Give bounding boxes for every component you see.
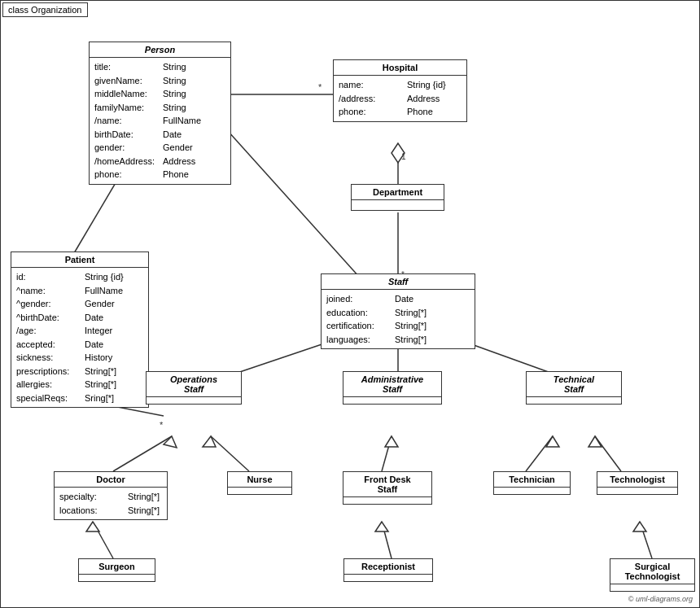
diagram-title: class Organization xyxy=(2,2,88,17)
person-title: Person xyxy=(90,42,230,58)
hospital-attrs: name:String {id} /address:Address phone:… xyxy=(334,76,466,121)
hospital-class: Hospital name:String {id} /address:Addre… xyxy=(333,59,467,122)
svg-marker-23 xyxy=(588,436,602,447)
surgeon-title: Surgeon xyxy=(79,559,155,575)
svg-marker-15 xyxy=(164,436,177,448)
patient-attrs: id:String {id} ^name:FullName ^gender:Ge… xyxy=(11,268,148,407)
svg-line-20 xyxy=(526,436,553,471)
svg-line-28 xyxy=(640,522,652,558)
surg-tech-attrs xyxy=(610,584,694,591)
receptionist-class: Receptionist xyxy=(343,558,433,582)
technical-staff-title: TechnicalStaff xyxy=(527,372,621,397)
operations-staff-class: OperationsStaff xyxy=(146,371,242,405)
svg-line-24 xyxy=(93,522,113,558)
department-title: Department xyxy=(352,185,444,200)
hospital-title: Hospital xyxy=(334,60,466,76)
recept-attrs xyxy=(344,575,432,581)
svg-marker-19 xyxy=(385,436,398,447)
surgical-technologist-title: SurgicalTechnologist xyxy=(610,559,694,584)
department-class: Department xyxy=(351,184,444,211)
technologist-attrs xyxy=(597,488,677,494)
staff-class: Staff joined:Date education:String[*] ce… xyxy=(321,273,475,349)
technologist-class: Technologist xyxy=(597,471,678,495)
svg-marker-27 xyxy=(375,522,388,531)
patient-title: Patient xyxy=(11,252,148,268)
surgical-technologist-class: SurgicalTechnologist xyxy=(610,558,695,592)
administrative-staff-title: AdministrativeStaff xyxy=(343,372,441,397)
diagram-container: class Organization xyxy=(0,0,700,608)
person-attrs: title:String givenName:String middleName… xyxy=(90,58,230,184)
tech-staff-attrs xyxy=(527,397,621,404)
technical-staff-class: TechnicalStaff xyxy=(526,371,622,405)
technician-class: Technician xyxy=(493,471,571,495)
staff-attrs: joined:Date education:String[*] certific… xyxy=(322,290,475,348)
receptionist-title: Receptionist xyxy=(344,559,432,575)
svg-marker-21 xyxy=(546,436,559,447)
technologist-title: Technologist xyxy=(597,472,677,488)
technician-title: Technician xyxy=(494,472,570,488)
patient-class: Patient id:String {id} ^name:FullName ^g… xyxy=(11,252,149,408)
copyright: © uml-diagrams.org xyxy=(628,595,693,603)
nurse-class: Nurse xyxy=(227,471,292,495)
department-attrs xyxy=(352,200,444,210)
doctor-class: Doctor specialty:String[*] locations:Str… xyxy=(54,471,168,520)
person-class: Person title:String givenName:String mid… xyxy=(89,42,231,185)
svg-line-22 xyxy=(595,436,621,471)
staff-title: Staff xyxy=(322,274,475,290)
front-desk-staff-class: Front DeskStaff xyxy=(343,471,432,505)
fds-attrs xyxy=(343,497,431,504)
surgeon-class: Surgeon xyxy=(78,558,155,582)
svg-marker-25 xyxy=(86,522,99,531)
surgeon-attrs xyxy=(79,575,155,581)
svg-line-14 xyxy=(113,436,172,471)
nurse-attrs xyxy=(228,488,291,494)
svg-text:1: 1 xyxy=(401,152,406,161)
tech-attrs xyxy=(494,488,570,494)
doctor-title: Doctor xyxy=(55,472,167,488)
front-desk-staff-title: Front DeskStaff xyxy=(343,472,431,497)
svg-marker-29 xyxy=(633,522,646,531)
svg-line-16 xyxy=(211,436,249,471)
admin-attrs xyxy=(343,397,441,404)
svg-text:*: * xyxy=(318,82,322,92)
nurse-title: Nurse xyxy=(228,472,291,488)
operations-staff-title: OperationsStaff xyxy=(147,372,241,397)
doctor-attrs: specialty:String[*] locations:String[*] xyxy=(55,488,167,519)
svg-marker-17 xyxy=(203,436,216,447)
administrative-staff-class: AdministrativeStaff xyxy=(343,371,442,405)
svg-marker-2 xyxy=(392,143,405,163)
ops-attrs xyxy=(147,397,241,404)
svg-text:*: * xyxy=(160,420,164,430)
svg-line-18 xyxy=(382,436,392,471)
svg-line-6 xyxy=(221,123,367,286)
svg-line-26 xyxy=(382,522,392,558)
